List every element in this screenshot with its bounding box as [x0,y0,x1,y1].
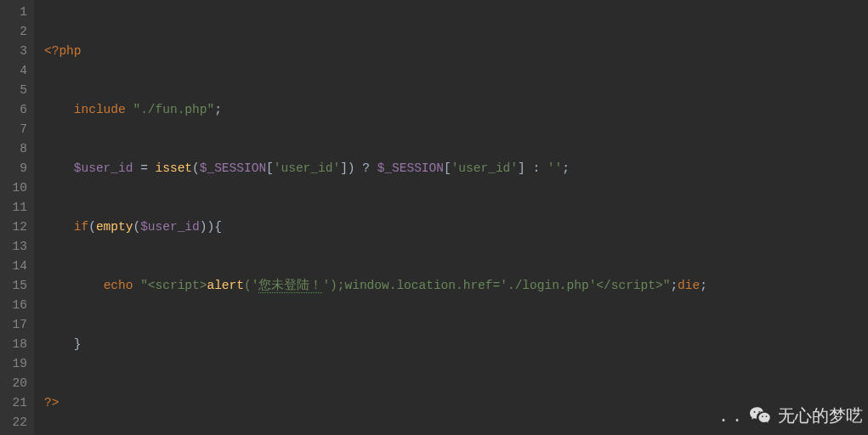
code-editor[interactable]: <?php include "./fun.php"; $user_id = is… [34,0,868,435]
watermark-text: 无心的梦呓 [778,406,863,426]
string-cn: 您未登陆！ [258,279,322,293]
line-number: 7 [0,120,27,139]
paren: ( [192,161,200,175]
operator: = [133,161,155,175]
line-number: 16 [0,296,27,315]
brace: } [74,337,82,351]
line-number: 6 [0,100,27,120]
line-number: 18 [0,335,27,354]
code-line: include "./fun.php"; [44,100,868,120]
variable: $user_id [74,161,133,175]
line-number: 9 [0,159,27,178]
punct: ; [670,279,678,292]
variable: $user_id [140,220,200,234]
line-number: 5 [0,81,27,100]
line-number: 3 [0,42,27,61]
string: t>" [648,279,670,292]
punct: ]) ? [340,161,377,175]
line-number: 1 [0,3,27,22]
php-open-tag: <?php [44,44,82,58]
function: empty [96,220,133,234]
php-close-tag: ?> [44,396,59,410]
string: (' [244,279,258,292]
line-number: 4 [0,61,27,81]
string: "./fun.php" [133,103,214,116]
keyword-include: include [74,103,126,116]
line-number: 2 [0,22,27,42]
paren: ( [88,220,96,234]
variable: $_SESSION [377,161,444,175]
punct: )){ [200,220,222,234]
string: '' [547,161,562,175]
string: 'user_id' [451,161,518,175]
code-line: <?php [44,42,868,61]
string: 'user_id' [274,161,340,175]
line-number: 8 [0,139,27,159]
line-number: 15 [0,276,27,296]
line-number-gutter: 1 2 3 4 5 6 7 8 9 10 11 12 13 14 15 16 1… [0,0,34,435]
code-line: if(empty($user_id)){ [44,218,868,237]
watermark-dots-icon: .. [718,406,746,426]
code-line: echo "<script>alert('您未登陆！');window.loca… [44,276,868,296]
watermark: .. 无心的梦呓 [718,404,863,427]
line-number: 10 [0,178,27,198]
line-number: 12 [0,218,27,237]
line-number: 11 [0,198,27,218]
line-number: 19 [0,354,27,374]
line-number: 21 [0,393,27,413]
punct: ] : [518,161,547,175]
variable: $_SESSION [200,161,266,175]
string: ');window.location.href='./login.php'</s… [322,279,648,292]
keyword-if: if [74,220,88,234]
code-line: $user_id = isset($_SESSION['user_id']) ?… [44,159,868,178]
line-number: 13 [0,237,27,257]
keyword-die: die [678,279,700,292]
wechat-icon [749,404,771,427]
bracket: [ [444,161,451,175]
code-line: } [44,335,868,354]
line-number: 22 [0,413,27,432]
paren: ( [133,220,140,234]
function: alert [207,279,244,292]
line-number: 20 [0,374,27,393]
bracket: [ [266,161,274,175]
line-number: 17 [0,315,27,335]
string: "<script> [140,279,207,292]
function: isset [156,161,193,175]
keyword-echo: echo [104,279,133,292]
line-number: 14 [0,257,27,276]
